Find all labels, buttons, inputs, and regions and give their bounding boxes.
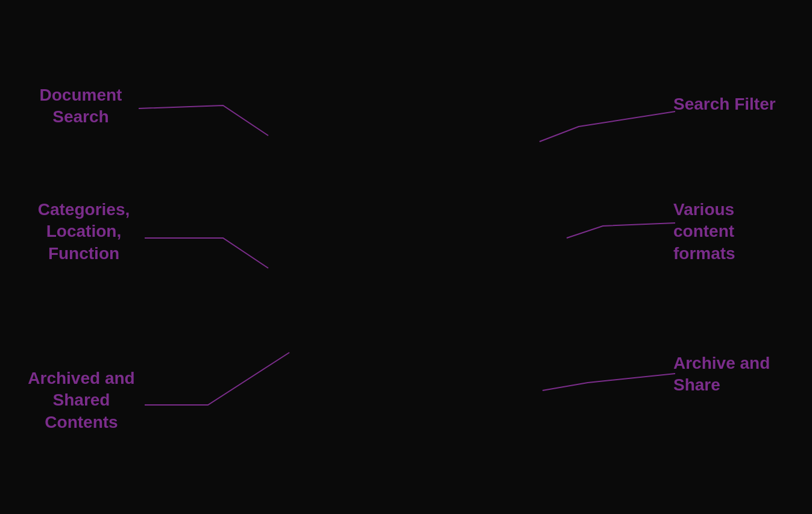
- label-categories: Categories,Location,Function: [20, 199, 147, 265]
- label-search-filter: Search Filter: [673, 93, 800, 115]
- diagram-container: Document Search Categories,Location,Func…: [0, 0, 812, 514]
- label-document-search: Document Search: [20, 84, 141, 128]
- label-various-content: Variouscontentformats: [673, 199, 800, 265]
- label-archived-shared: Archived andSharedContents: [12, 368, 151, 433]
- label-archive-share: Archive andShare: [673, 353, 800, 396]
